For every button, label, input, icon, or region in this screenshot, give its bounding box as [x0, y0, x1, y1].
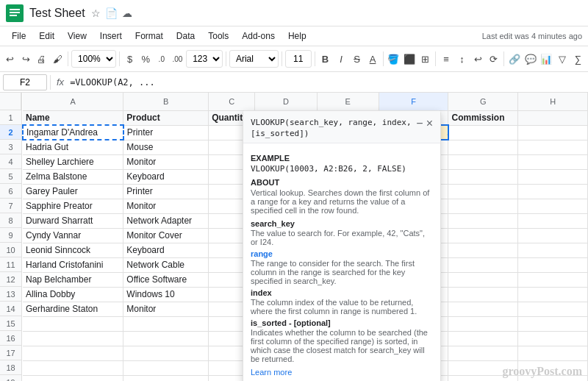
cell-g9[interactable] — [448, 228, 518, 243]
cell-g6[interactable] — [448, 184, 518, 199]
cell-h7[interactable] — [518, 199, 588, 213]
cell-a1[interactable]: Name — [23, 110, 123, 125]
paint-format-button[interactable]: 🖌 — [51, 50, 65, 68]
cell-g7[interactable] — [448, 199, 518, 213]
row-num-18[interactable]: 18 — [0, 360, 21, 375]
cell-g2[interactable] — [448, 125, 518, 140]
row-num-4[interactable]: 4 — [0, 154, 21, 169]
cell-a15[interactable] — [23, 316, 123, 331]
wrap-button[interactable]: ↩ — [470, 50, 485, 68]
row-num-12[interactable]: 12 — [0, 272, 21, 287]
menu-format[interactable]: Format — [129, 29, 169, 43]
cell-b4[interactable]: Monitor — [123, 154, 209, 169]
cell-h13[interactable] — [518, 287, 588, 302]
cell-g12[interactable] — [448, 272, 518, 287]
borders-button[interactable]: ⬛ — [402, 50, 417, 68]
format-select[interactable]: 123 — [186, 50, 223, 68]
cell-g3[interactable] — [448, 140, 518, 154]
cell-b13[interactable]: Windows 10 — [123, 287, 209, 302]
cell-h9[interactable] — [518, 228, 588, 243]
cell-a3[interactable]: Hadria Gut — [23, 140, 123, 154]
cell-b7[interactable]: Monitor — [123, 199, 209, 213]
row-num-1[interactable]: 1 — [0, 110, 21, 125]
row-num-7[interactable]: 7 — [0, 199, 21, 213]
menu-view[interactable]: View — [62, 29, 93, 43]
cell-b14[interactable]: Monitor — [123, 302, 209, 316]
cell-a8[interactable]: Durward Sharratt — [23, 213, 123, 228]
row-num-16[interactable]: 16 — [0, 331, 21, 346]
cell-b12[interactable]: Office Software — [123, 272, 209, 287]
cell-b19[interactable] — [123, 375, 209, 381]
menu-file[interactable]: File — [6, 29, 32, 43]
cell-reference-input[interactable] — [3, 74, 47, 90]
cell-a11[interactable]: Harland Cristofanini — [23, 257, 123, 272]
cell-a18[interactable] — [23, 360, 123, 375]
print-button[interactable]: 🖨 — [35, 50, 49, 68]
filter-button[interactable]: ▽ — [555, 50, 570, 68]
row-num-6[interactable]: 6 — [0, 184, 21, 199]
menu-insert[interactable]: Insert — [94, 29, 128, 43]
col-header-a[interactable]: A — [23, 93, 123, 110]
cell-h10[interactable] — [518, 243, 588, 257]
text-color-button[interactable]: A — [365, 50, 380, 68]
cell-g11[interactable] — [448, 257, 518, 272]
valign-button[interactable]: ↕ — [455, 50, 470, 68]
tooltip-learn-more-link[interactable]: Learn more — [251, 368, 292, 377]
align-left-button[interactable]: ≡ — [439, 50, 453, 68]
strikethrough-button[interactable]: S — [350, 50, 365, 68]
cell-a19[interactable] — [23, 375, 123, 381]
cell-h11[interactable] — [518, 257, 588, 272]
zoom-select[interactable]: 100% — [71, 50, 116, 68]
cell-g8[interactable] — [448, 213, 518, 228]
cell-b5[interactable]: Keyboard — [123, 169, 209, 184]
row-num-2[interactable]: 2 — [0, 125, 21, 140]
cell-a4[interactable]: Shelley Larchiere — [23, 154, 123, 169]
comment-button[interactable]: 💬 — [523, 50, 538, 68]
menu-data[interactable]: Data — [171, 29, 201, 43]
cell-h8[interactable] — [518, 213, 588, 228]
col-header-h[interactable]: H — [518, 93, 588, 110]
percent-button[interactable]: % — [138, 50, 153, 68]
cell-a5[interactable]: Zelma Balstone — [23, 169, 123, 184]
row-num-9[interactable]: 9 — [0, 228, 21, 243]
cell-b8[interactable]: Network Adapter — [123, 213, 209, 228]
cell-g16[interactable] — [448, 331, 518, 346]
col-header-f[interactable]: F — [379, 93, 448, 110]
col-header-g[interactable]: G — [448, 93, 518, 110]
cell-g4[interactable] — [448, 154, 518, 169]
cell-b15[interactable] — [123, 316, 209, 331]
star-icon[interactable]: ☆ — [91, 7, 101, 19]
cell-h5[interactable] — [518, 169, 588, 184]
cell-a17[interactable] — [23, 346, 123, 360]
cell-a16[interactable] — [23, 331, 123, 346]
cell-g5[interactable] — [448, 169, 518, 184]
cell-g1[interactable]: Commission — [448, 110, 518, 125]
row-num-14[interactable]: 14 — [0, 302, 21, 316]
cell-a2[interactable]: Ingamar D'Andrea — [23, 125, 123, 140]
tooltip-minimize-button[interactable]: − — [416, 117, 423, 130]
col-header-b[interactable]: B — [123, 93, 209, 110]
cell-g17[interactable] — [448, 346, 518, 360]
cell-h2[interactable] — [518, 125, 588, 140]
col-header-e[interactable]: E — [317, 93, 379, 110]
cell-b2[interactable]: Printer — [123, 125, 209, 140]
cell-h4[interactable] — [518, 154, 588, 169]
link-button[interactable]: 🔗 — [507, 50, 522, 68]
cell-b10[interactable]: Keyboard — [123, 243, 209, 257]
formula-input[interactable] — [70, 74, 585, 90]
cell-a7[interactable]: Sapphire Preator — [23, 199, 123, 213]
menu-edit[interactable]: Edit — [33, 29, 60, 43]
cell-g14[interactable] — [448, 302, 518, 316]
cell-b18[interactable] — [123, 360, 209, 375]
cell-b6[interactable]: Printer — [123, 184, 209, 199]
cell-a14[interactable]: Gerhardine Staton — [23, 302, 123, 316]
cell-h16[interactable] — [518, 331, 588, 346]
col-header-d[interactable]: D — [255, 93, 317, 110]
functions-button[interactable]: ∑ — [570, 50, 585, 68]
cell-h1[interactable] — [518, 110, 588, 125]
italic-button[interactable]: I — [334, 50, 348, 68]
tooltip-close-button[interactable]: × — [426, 117, 433, 130]
cell-b1[interactable]: Product — [123, 110, 209, 125]
cell-h14[interactable] — [518, 302, 588, 316]
cell-h15[interactable] — [518, 316, 588, 331]
